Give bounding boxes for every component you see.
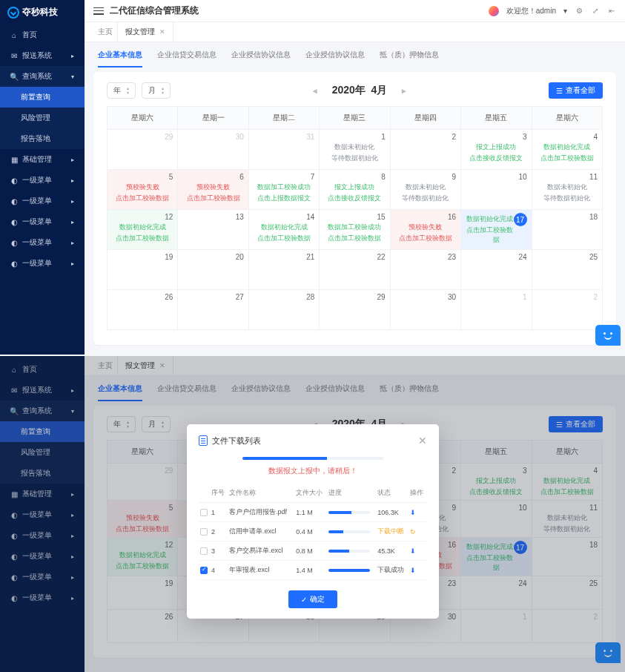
calendar-cell[interactable]: 2 [532,290,602,330]
sidebar-item-3[interactable]: 前置查询 [0,87,85,108]
modal-title: 文件下载列表 [212,435,261,447]
calendar-cell[interactable]: 2 [390,130,460,170]
checkbox[interactable] [200,567,208,574]
day-number: 7 [254,173,314,181]
section-tab[interactable]: 企业信贷交易信息 [157,50,216,67]
col-header: 文件大小 [294,484,327,503]
calendar-cell[interactable]: 17数据初始化完成点击加工校验数据 [461,210,532,250]
calendar-cell[interactable]: 25 [532,250,602,290]
year-select[interactable]: 年▴▾ [107,82,136,99]
cell-progress [327,503,376,522]
calendar-cell[interactable]: 9数据未初始化等待数据初始化 [390,170,460,210]
sidebar-item-1[interactable]: ✉报送系统▸ [0,45,85,66]
section-tab[interactable]: 企业基本信息 [98,50,142,67]
sidebar-item-9[interactable]: ◐一级菜单▸ [0,211,85,232]
calendar-cell[interactable]: 30 [178,130,248,170]
day-number: 2 [395,133,456,141]
ok-button[interactable]: ✓确定 [288,590,337,608]
download-icon[interactable]: ⬇ [410,567,416,574]
breadcrumb[interactable]: 主页 [93,22,117,42]
logout-icon[interactable]: ⇤ [607,7,616,16]
checkbox[interactable] [200,509,208,516]
section-tab[interactable]: 企业授信协议信息 [305,50,365,67]
prev-month-icon[interactable]: ◂ [313,86,317,96]
col-header: 操作 [409,484,426,503]
close-icon[interactable]: ✕ [159,28,165,36]
calendar-cell[interactable]: 10 [461,170,532,210]
calendar-cell[interactable]: 20 [178,250,248,290]
chatbot-button[interactable] [595,325,621,346]
section-tab[interactable]: 抵（质）押物信息 [380,50,439,67]
weekday-header: 星期四 [390,107,460,130]
calendar-cell[interactable]: 23 [390,250,460,290]
calendar-cell[interactable]: 12数据初始化完成点击加工校验数据 [108,210,178,250]
calendar-cell[interactable]: 6预校验失败点击加工校验数据 [178,170,248,210]
day-number: 2 [537,293,598,301]
calendar-cell[interactable]: 22 [320,250,390,290]
event-text: 报文上报成功 [466,142,526,152]
sidebar-item-11[interactable]: ◐一级菜单▸ [0,253,85,274]
sidebar-item-10[interactable]: ◐一级菜单▸ [0,232,85,253]
sidebar-item-4[interactable]: 风险管理 [0,108,85,128]
calendar-cell[interactable]: 29 [108,130,178,170]
retry-icon[interactable]: ↻ [410,528,416,536]
tab-open[interactable]: 报文管理 ✕ [117,22,173,42]
next-month-icon[interactable]: ▸ [402,86,406,96]
calendar-cell[interactable]: 27 [178,290,248,330]
sidebar-item-0[interactable]: ⌂首页 [0,24,85,45]
topbar: 二代征信综合管理系统 欢迎您！admin ▾ ⚙ ⤢ ⇤ [85,0,625,22]
download-icon[interactable]: ⬇ [410,547,416,555]
event-text: 预校验失败 [182,182,243,192]
cell-size: 0.8 M [294,541,327,561]
calendar-cell[interactable]: 24 [461,250,532,290]
calendar-cell[interactable]: 5预校验失败点击加工校验数据 [108,170,178,210]
calendar-cell[interactable]: 1数据未初始化等待数据初始化 [320,130,390,170]
section-tab[interactable]: 企业授信协议信息 [231,50,291,67]
sidebar-item-7[interactable]: ◐一级菜单▸ [0,170,85,191]
day-number: 15 [324,213,385,221]
calendar-cell[interactable]: 31 [248,130,319,170]
calendar-cell[interactable]: 4数据初始化完成点击加工校验数据 [532,130,602,170]
calendar-cell[interactable]: 8报文上报成功点击接收反馈报文 [320,170,390,210]
day-number: 11 [537,173,598,181]
chevron-icon: ▸ [71,198,74,205]
section-tabs: 企业基本信息企业信贷交易信息企业授信协议信息企业授信协议信息抵（质）押物信息 [85,42,625,67]
cell-status: 45.3K [376,541,409,561]
calendar-cell[interactable]: 7数据加工校验成功点击上报数据报文 [248,170,319,210]
menu-label: 基础管理 [22,154,52,165]
calendar-cell[interactable]: 19 [108,250,178,290]
close-icon[interactable]: ✕ [418,435,427,447]
calendar-cell[interactable]: 30 [390,290,460,330]
calendar-cell[interactable]: 18 [532,210,602,250]
calendar-cell[interactable]: 13 [178,210,248,250]
calendar-cell[interactable]: 3报文上报成功点击接收反馈报文 [461,130,532,170]
calendar-cell[interactable]: 11数据未初始化等待数据初始化 [532,170,602,210]
chevron-icon: ▸ [71,219,74,225]
sidebar-item-8[interactable]: ◐一级菜单▸ [0,191,85,211]
sidebar-item-2[interactable]: 🔍查询系统▾ [0,66,85,87]
download-icon[interactable]: ⬇ [410,509,416,516]
sidebar-item-5[interactable]: 报告落地 [0,128,85,149]
cell-action: ↻ [409,522,426,541]
avatar[interactable] [489,6,499,16]
calendar-cell[interactable]: 15数据加工校验成功点击加工校验数据 [320,210,390,250]
calendar-cell[interactable]: 28 [248,290,319,330]
calendar-cell[interactable]: 14数据初始化完成点击加工校验数据 [248,210,319,250]
month-select[interactable]: 月▴▾ [142,82,171,99]
calendar-cell[interactable]: 16预校验失败点击加工校验数据 [390,210,460,250]
fullscreen-icon[interactable]: ⤢ [591,7,600,16]
view-all-button[interactable]: ☰ 查看全部 [549,82,603,99]
gear-icon[interactable]: ⚙ [575,7,583,16]
calendar-cell[interactable]: 1 [461,290,532,330]
calendar-cell[interactable]: 21 [248,250,319,290]
menu-toggle-icon[interactable] [93,7,104,15]
caret-down-icon[interactable]: ▾ [563,7,567,15]
calendar-cell[interactable]: 29 [320,290,390,330]
event-text: 数据未初始化 [324,142,385,152]
checkbox[interactable] [200,547,208,555]
calendar-cell[interactable]: 26 [108,290,178,330]
weekday-header: 星期六 [532,107,602,130]
sidebar-item-6[interactable]: ▦基础管理▸ [0,149,85,170]
app-title: 二代征信综合管理系统 [110,4,199,17]
checkbox[interactable] [200,528,208,536]
